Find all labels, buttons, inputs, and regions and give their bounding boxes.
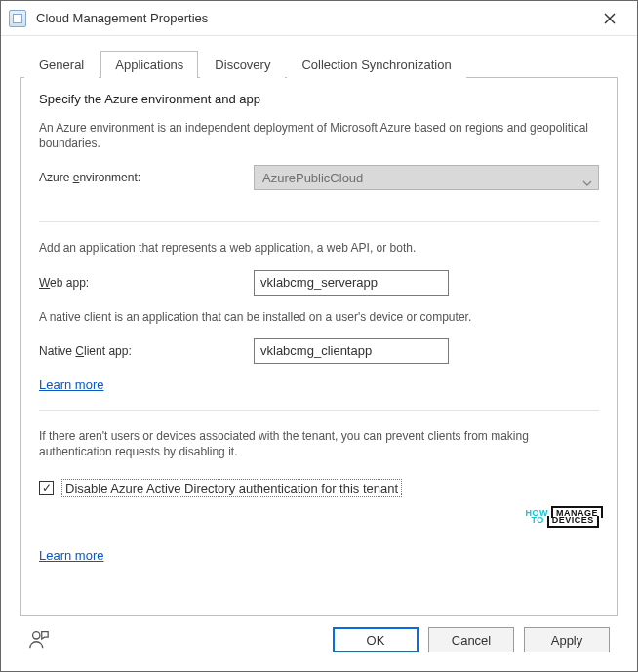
cancel-button[interactable]: Cancel	[428, 627, 514, 652]
dialog-window: Cloud Management Properties General Appl…	[0, 0, 638, 672]
disable-aad-checkbox-row[interactable]: Disable Azure Active Directory authentic…	[39, 479, 599, 497]
tab-general[interactable]: General	[24, 51, 99, 78]
ok-button[interactable]: OK	[333, 627, 419, 652]
web-app-field[interactable]: vklabcmg_serverapp	[254, 270, 449, 296]
feedback-icon[interactable]	[28, 628, 50, 652]
svg-point-2	[33, 631, 40, 638]
close-button[interactable]	[590, 5, 629, 32]
checkbox-label: Disable Azure Active Directory authentic…	[61, 479, 402, 497]
app-icon	[9, 10, 26, 27]
field-value: vklabcmg_serverapp	[260, 275, 378, 290]
logo-text: TO	[532, 515, 544, 525]
label-accelerator: C	[75, 344, 84, 358]
close-icon	[604, 13, 616, 24]
tab-collection-sync[interactable]: Collection Synchronization	[287, 51, 465, 78]
section-desc: Add an application that represents a web…	[39, 240, 599, 256]
combo-value: AzurePublicCloud	[262, 171, 363, 185]
label-part: lient app:	[84, 344, 132, 358]
section-desc: An Azure environment is an independent d…	[39, 120, 599, 151]
field-value: vklabcmg_clientapp	[260, 343, 372, 358]
native-app-field[interactable]: vklabcmg_clientapp	[254, 338, 449, 364]
native-desc: A native client is an application that c…	[39, 309, 599, 325]
learn-more-link-apps[interactable]: Learn more	[39, 377, 103, 392]
web-app-label: Web app:	[39, 276, 254, 290]
chevron-down-icon	[582, 175, 592, 189]
tab-applications[interactable]: Applications	[100, 51, 198, 78]
window-title: Cloud Management Properties	[36, 11, 590, 25]
label-accelerator: D	[65, 481, 74, 495]
row-web-app: Web app: vklabcmg_serverapp	[39, 270, 599, 296]
azure-env-combo[interactable]: AzurePublicCloud	[254, 165, 599, 190]
checkbox-icon	[39, 481, 54, 495]
watermark-logo: HOW MANAGE TO DEVICES	[525, 506, 603, 528]
section-apps: Add an application that represents a web…	[39, 221, 599, 403]
azure-env-label: Azure environment:	[39, 171, 254, 184]
tab-page-applications: Specify the Azure environment and app An…	[20, 78, 618, 616]
section-headline: Specify the Azure environment and app	[39, 92, 599, 106]
tab-discovery[interactable]: Discovery	[200, 51, 285, 78]
label-part: nvironment:	[79, 171, 140, 184]
titlebar: Cloud Management Properties	[1, 1, 637, 36]
label-part: Native	[39, 344, 75, 358]
learn-more-link-aad[interactable]: Learn more	[39, 548, 103, 563]
apply-button[interactable]: Apply	[524, 627, 610, 652]
section-azure-env: Specify the Azure environment and app An…	[39, 92, 599, 216]
label-accelerator: W	[39, 276, 50, 290]
native-app-label: Native Client app:	[39, 344, 254, 358]
label-part: Azure	[39, 171, 73, 184]
label-part: isable Azure Active Directory authentica…	[74, 481, 398, 495]
tab-strip: General Applications Discovery Collectio…	[20, 50, 618, 78]
label-part: eb app:	[50, 276, 89, 290]
row-native-app: Native Client app: vklabcmg_clientapp	[39, 338, 599, 364]
dialog-footer: OK Cancel Apply	[20, 616, 618, 663]
section-disable-aad: If there aren't users or devices associa…	[39, 410, 599, 574]
logo-text: DEVICES	[547, 516, 599, 528]
section-desc: If there aren't users or devices associa…	[39, 428, 599, 459]
client-area: General Applications Discovery Collectio…	[1, 36, 637, 671]
row-azure-env: Azure environment: AzurePublicCloud	[39, 165, 599, 190]
